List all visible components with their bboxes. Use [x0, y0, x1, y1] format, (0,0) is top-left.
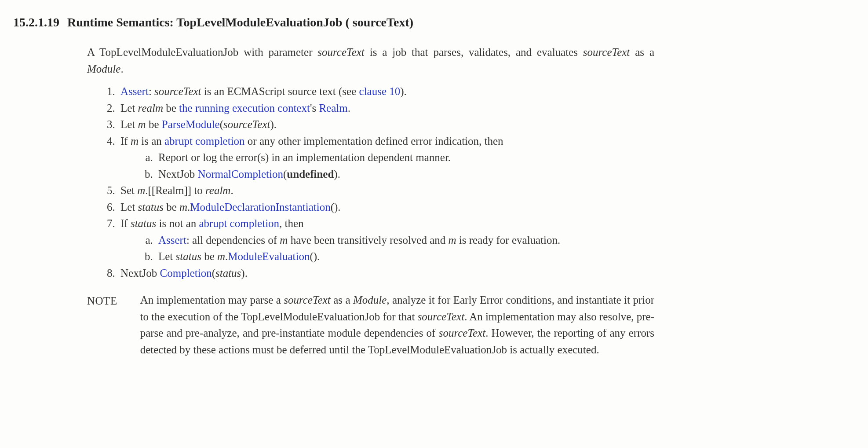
- var-status: status: [131, 217, 156, 229]
- xref-completion[interactable]: Completion: [160, 267, 212, 279]
- section-title-param: sourceText: [353, 15, 409, 29]
- text: is ready for evaluation.: [456, 234, 561, 246]
- text: ).: [334, 168, 340, 180]
- xref-realm[interactable]: Realm: [319, 102, 347, 114]
- text: .: [120, 63, 123, 75]
- algorithm-step: Let status be m.ModuleDeclarationInstant…: [118, 199, 654, 216]
- var-realm: realm: [205, 184, 230, 196]
- text: ).: [241, 267, 248, 279]
- algorithm-step: Let realm be the running execution conte…: [118, 100, 654, 117]
- text: .: [230, 184, 233, 196]
- section-title: Runtime Semantics: TopLevelModuleEvaluat…: [67, 13, 413, 32]
- text: .[[Realm]] to: [145, 184, 205, 196]
- var-status: status: [215, 267, 241, 279]
- note-text: An implementation may parse a sourceText…: [140, 292, 654, 358]
- xref-moduleevaluation[interactable]: ModuleEvaluation: [228, 250, 310, 262]
- text: : all dependencies of: [186, 234, 280, 246]
- var-m: m: [217, 250, 225, 262]
- text: Let: [120, 102, 138, 114]
- algorithm-substep: Assert: all dependencies of m have been …: [156, 232, 654, 249]
- section-body: A TopLevelModuleEvaluationJob with param…: [87, 44, 654, 358]
- xref-moduledeclarationinstantiation[interactable]: ModuleDeclarationInstantiation: [190, 201, 330, 213]
- var-m: m: [131, 135, 139, 147]
- text: is an: [139, 135, 164, 147]
- var-m: m: [280, 234, 288, 246]
- xref-assert[interactable]: Assert: [120, 85, 149, 97]
- var-m: m: [179, 201, 187, 213]
- text: If: [120, 217, 131, 229]
- text: ).: [270, 118, 277, 130]
- var-sourcetext: sourceText: [439, 327, 485, 339]
- var-sourcetext: sourceText: [317, 46, 364, 58]
- var-sourcetext: sourceText: [418, 311, 464, 323]
- text: Let: [120, 201, 138, 213]
- text: .: [348, 102, 350, 114]
- intro-paragraph: A TopLevelModuleEvaluationJob with param…: [87, 44, 654, 77]
- xref-clause-10[interactable]: clause 10: [359, 85, 401, 97]
- text: be: [163, 102, 179, 114]
- text: NextJob: [120, 267, 160, 279]
- text: (: [212, 267, 215, 279]
- text: be: [146, 118, 162, 130]
- xref-assert[interactable]: Assert: [158, 234, 186, 246]
- algorithm-substeps: Assert: all dependencies of m have been …: [120, 232, 654, 265]
- section-number: 15.2.1.19: [13, 13, 59, 32]
- var-sourcetext: sourceText: [154, 85, 201, 97]
- text: have been transitively resolved and: [288, 234, 448, 246]
- xref-abrupt-completion[interactable]: abrupt completion: [199, 217, 279, 229]
- section-title-prefix: Runtime Semantics: TopLevelModuleEvaluat…: [67, 15, 353, 29]
- text: ().: [310, 250, 320, 262]
- algorithm-substeps: Report or log the error(s) in an impleme…: [120, 149, 654, 182]
- value-undefined: undefined: [287, 168, 334, 180]
- algorithm-step: If m is an abrupt completion or any othe…: [118, 133, 654, 183]
- var-status: status: [138, 201, 164, 213]
- text: be: [164, 201, 179, 213]
- text: If: [120, 135, 131, 147]
- text: as a: [331, 294, 353, 306]
- xref-normalcompletion[interactable]: NormalCompletion: [198, 168, 283, 180]
- var-realm: realm: [138, 102, 163, 114]
- text: as a: [630, 46, 654, 58]
- algorithm-step: If status is not an abrupt completion, t…: [118, 215, 654, 265]
- text: :: [149, 85, 154, 97]
- text: NextJob: [158, 168, 198, 180]
- section-title-suffix: ): [409, 15, 413, 29]
- text: is a job that parses, validates, and eva…: [365, 46, 583, 58]
- algorithm-step: Let m be ParseModule(sourceText).: [118, 116, 654, 133]
- var-m: m: [138, 118, 146, 130]
- section-heading: 15.2.1.19 Runtime Semantics: TopLevelMod…: [13, 13, 846, 32]
- var-sourcetext: sourceText: [223, 118, 270, 130]
- algorithm-substep: NextJob NormalCompletion(undefined).: [156, 166, 654, 183]
- var-sourcetext: sourceText: [583, 46, 630, 58]
- text: 's: [310, 102, 319, 114]
- text: An implementation may parse a: [140, 294, 284, 306]
- var-m: m: [137, 184, 145, 196]
- algorithm-step: Assert: sourceText is an ECMAScript sour…: [118, 83, 654, 100]
- note-block: NOTE An implementation may parse a sourc…: [87, 292, 654, 358]
- algorithm-steps: Assert: sourceText is an ECMAScript sour…: [87, 83, 654, 281]
- xref-abrupt-completion[interactable]: abrupt completion: [164, 135, 245, 147]
- text: Let: [120, 118, 138, 130]
- text: ().: [331, 201, 341, 213]
- xref-running-execution-context[interactable]: the running execution context: [179, 102, 310, 114]
- text: or any other implementation defined erro…: [245, 135, 503, 147]
- text: Set: [120, 184, 137, 196]
- algorithm-substep: Report or log the error(s) in an impleme…: [156, 149, 654, 166]
- algorithm-step: Set m.[[Realm]] to realm.: [118, 182, 654, 199]
- var-module: Module,: [353, 294, 390, 306]
- text: A TopLevelModuleEvaluationJob with param…: [87, 46, 317, 58]
- var-status: status: [176, 250, 201, 262]
- algorithm-step: NextJob Completion(status).: [118, 265, 654, 282]
- var-sourcetext: sourceText: [284, 294, 330, 306]
- var-module: Module: [87, 63, 120, 75]
- text: is not an: [156, 217, 199, 229]
- xref-parsemodule[interactable]: ParseModule: [162, 118, 220, 130]
- text: , then: [279, 217, 304, 229]
- algorithm-substep: Let status be m.ModuleEvaluation().: [156, 248, 654, 265]
- note-label: NOTE: [87, 292, 117, 358]
- text: (: [220, 118, 223, 130]
- text: ).: [400, 85, 407, 97]
- text: is an ECMAScript source text (see: [201, 85, 359, 97]
- text: be: [201, 250, 217, 262]
- var-m: m: [449, 234, 456, 246]
